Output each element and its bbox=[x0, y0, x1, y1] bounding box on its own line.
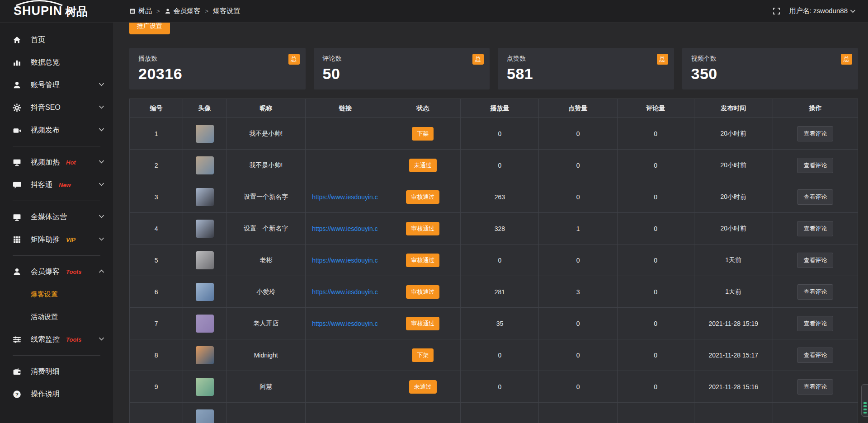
sidebar-item-label: 抖客通 bbox=[31, 180, 52, 190]
view-comments-button[interactable]: 查看评论 bbox=[797, 379, 833, 395]
cell-actions: 查看评论 bbox=[773, 371, 858, 403]
cell-likes: 3 bbox=[539, 276, 617, 308]
topbar: SHUPIN 树品 树品>会员爆客>爆客设置 用户名: zswodun88 bbox=[0, 0, 868, 23]
view-comments-button[interactable]: 查看评论 bbox=[797, 316, 833, 331]
sidebar-item-omnimedia-operation[interactable]: 全媒体运营 bbox=[0, 206, 113, 228]
view-comments-button[interactable]: 查看评论 bbox=[797, 348, 833, 363]
breadcrumb-separator: > bbox=[156, 8, 160, 14]
stat-card-label: 评论数 bbox=[323, 55, 481, 63]
cell-id: 9 bbox=[130, 371, 183, 403]
account-link[interactable]: https://www.iesdouyin.c bbox=[312, 320, 378, 327]
chart-icon bbox=[13, 58, 21, 67]
status-button[interactable]: 下架 bbox=[412, 348, 434, 362]
cell-comments: 0 bbox=[617, 371, 694, 403]
cell-likes bbox=[539, 403, 617, 423]
total-badge: 总 bbox=[472, 54, 484, 65]
breadcrumb-item-1[interactable]: 树品 bbox=[129, 7, 152, 15]
cell-publish-time: 20小时前 bbox=[694, 150, 773, 181]
cell-publish-time bbox=[694, 403, 773, 423]
view-comments-button[interactable]: 查看评论 bbox=[797, 189, 833, 205]
sidebar-item-douketong[interactable]: 抖客通New bbox=[0, 174, 113, 196]
cell-actions: 查看评论 bbox=[773, 339, 858, 371]
account-link[interactable]: https://www.iesdouyin.c bbox=[312, 193, 378, 201]
view-comments-button[interactable]: 查看评论 bbox=[797, 221, 833, 236]
status-button[interactable]: 审核通过 bbox=[406, 317, 439, 330]
account-link[interactable]: https://www.iesdouyin.c bbox=[312, 257, 378, 264]
status-button[interactable]: 审核通过 bbox=[406, 222, 439, 235]
sidebar-item-data-overview[interactable]: 数据总览 bbox=[0, 51, 113, 74]
fullscreen-icon[interactable] bbox=[773, 7, 780, 15]
status-button[interactable]: 未通过 bbox=[409, 159, 437, 172]
sidebar-item-douyin-seo[interactable]: 抖音SEO bbox=[0, 96, 113, 119]
cell-actions: 查看评论 bbox=[773, 213, 858, 244]
cell-id: 4 bbox=[130, 213, 183, 244]
cell-status: 未通过 bbox=[385, 371, 461, 403]
avatar bbox=[196, 251, 214, 269]
sidebar-item-label: 账号管理 bbox=[31, 80, 60, 90]
cell-id: 8 bbox=[130, 339, 183, 371]
user-icon bbox=[13, 81, 21, 89]
username-dropdown[interactable]: 用户名: zswodun88 bbox=[789, 7, 855, 15]
account-link[interactable]: https://www.iesdouyin.c bbox=[312, 288, 378, 296]
sidebar-item-label: 首页 bbox=[31, 35, 45, 45]
view-comments-button[interactable]: 查看评论 bbox=[797, 284, 833, 300]
breadcrumb-item-3[interactable]: 爆客设置 bbox=[213, 7, 240, 15]
status-button[interactable]: 未通过 bbox=[409, 380, 437, 394]
breadcrumb-item-2[interactable]: 会员爆客 bbox=[165, 7, 201, 15]
cell-publish-time: 20小时前 bbox=[694, 181, 773, 213]
sidebar-item-consumption-details[interactable]: 消费明细 bbox=[0, 360, 113, 383]
cell-nickname: 设置一个新名字 bbox=[226, 181, 306, 213]
sidebar-item-member-baoke[interactable]: 会员爆客Tools bbox=[0, 260, 113, 283]
cell-link: https://www.iesdouyin.c bbox=[306, 308, 385, 339]
sidebar-item-label: 数据总览 bbox=[31, 58, 60, 67]
stat-card-value: 581 bbox=[507, 65, 665, 83]
chevron-down-icon bbox=[99, 237, 104, 241]
logo: SHUPIN 树品 bbox=[0, 5, 113, 17]
chevron-down-icon bbox=[99, 183, 104, 186]
stat-card-label: 播放数 bbox=[138, 55, 297, 63]
table-row: 4设置一个新名字https://www.iesdouyin.c审核通过32810… bbox=[130, 213, 858, 244]
column-header: 昵称 bbox=[226, 99, 306, 118]
stat-card-label: 视频个数 bbox=[691, 55, 849, 63]
sidebar-item-label: 矩阵助推 bbox=[31, 235, 60, 244]
avatar bbox=[196, 378, 214, 396]
status-button[interactable]: 下架 bbox=[412, 127, 434, 141]
table-row: 3设置一个新名字https://www.iesdouyin.c审核通过26300… bbox=[130, 181, 858, 213]
cell-link: https://www.iesdouyin.c bbox=[306, 213, 385, 244]
avatar bbox=[196, 315, 214, 333]
cell-nickname bbox=[226, 403, 306, 423]
cell-publish-time: 2021-11-28 15:19 bbox=[694, 308, 773, 339]
user-icon bbox=[165, 8, 171, 14]
monitor-icon bbox=[13, 213, 21, 221]
cell-actions: 查看评论 bbox=[773, 244, 858, 276]
cell-likes: 0 bbox=[539, 150, 617, 181]
sidebar-item-video-heat[interactable]: 视频加热Hot bbox=[0, 151, 113, 174]
cell-plays: 0 bbox=[461, 371, 539, 403]
sidebar-item-operation-guide[interactable]: 操作说明 bbox=[0, 383, 113, 405]
sidebar-divider bbox=[13, 146, 100, 146]
status-button[interactable]: 审核通过 bbox=[406, 190, 439, 204]
status-button[interactable]: 审核通过 bbox=[406, 254, 439, 267]
sidebar-item-account-management[interactable]: 账号管理 bbox=[0, 74, 113, 96]
sidebar-item-video-publish[interactable]: 视频发布 bbox=[0, 119, 113, 141]
stat-card-2: 评论数50总 bbox=[314, 48, 490, 89]
cell-avatar bbox=[183, 308, 226, 339]
view-comments-button[interactable]: 查看评论 bbox=[797, 253, 833, 268]
sidebar-item-clue-monitor[interactable]: 线索监控Tools bbox=[0, 328, 113, 351]
sidebar-item-activity-settings[interactable]: 活动设置 bbox=[0, 306, 113, 328]
view-comments-button[interactable]: 查看评论 bbox=[797, 158, 833, 173]
chevron-down-icon bbox=[850, 9, 855, 13]
sidebar-item-baoke-settings[interactable]: 爆客设置 bbox=[0, 283, 113, 306]
sidebar-badge-new: New bbox=[59, 182, 71, 188]
cell-nickname: 我不是小帅! bbox=[226, 118, 306, 150]
account-link[interactable]: https://www.iesdouyin.c bbox=[312, 225, 378, 232]
sidebar-item-home[interactable]: 首页 bbox=[0, 28, 113, 51]
view-comments-button[interactable]: 查看评论 bbox=[797, 126, 833, 141]
cell-actions: 查看评论 bbox=[773, 181, 858, 213]
status-button[interactable]: 审核通过 bbox=[406, 285, 439, 299]
column-header: 评论量 bbox=[617, 99, 694, 118]
column-header: 编号 bbox=[130, 99, 183, 118]
floating-widget[interactable] bbox=[861, 384, 868, 417]
sidebar-item-matrix-boost[interactable]: 矩阵助推VIP bbox=[0, 228, 113, 251]
cell-plays: 0 bbox=[461, 244, 539, 276]
